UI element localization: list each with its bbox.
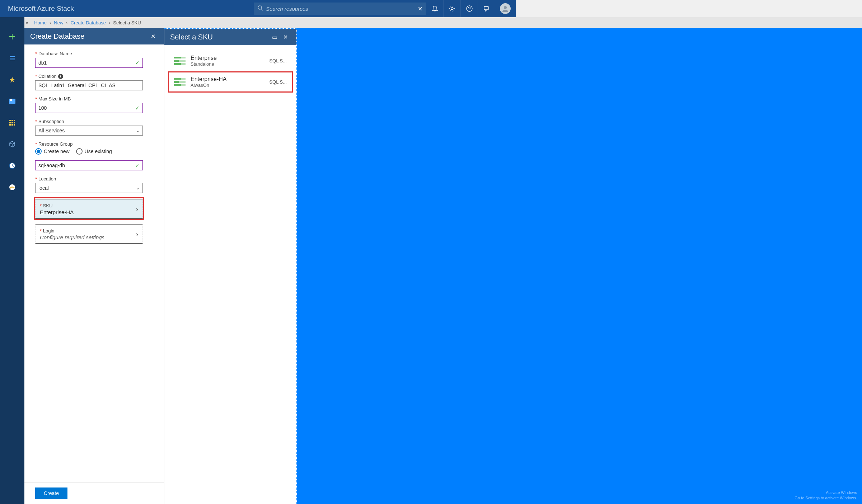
sku-icon <box>174 77 186 87</box>
breadcrumb: » Home› New› Create Database› Select a S… <box>0 17 516 28</box>
expand-nav-icon[interactable]: » <box>26 20 28 25</box>
subscription-label: Subscription <box>38 119 64 124</box>
login-selector[interactable]: * Login Configure required settings › <box>35 224 143 244</box>
search-input[interactable] <box>266 6 418 12</box>
svg-rect-4 <box>484 6 488 10</box>
chevron-down-icon: ⌄ <box>136 185 140 190</box>
star-icon[interactable] <box>6 74 18 85</box>
help-icon[interactable] <box>460 0 478 17</box>
svg-point-0 <box>258 6 262 9</box>
search-box[interactable]: ✕ <box>254 3 426 15</box>
maxsize-input[interactable]: 100✓ <box>35 103 143 113</box>
svg-rect-21 <box>14 124 15 126</box>
svg-rect-14 <box>11 120 13 121</box>
rg-use-existing-radio[interactable]: Use existing <box>76 148 112 155</box>
svg-rect-13 <box>9 120 11 121</box>
check-icon: ✓ <box>135 105 140 111</box>
svg-rect-20 <box>11 124 13 126</box>
main-area: Create Database ✕ *Database Name db1✓ *C… <box>24 28 516 298</box>
blade1-body: *Database Name db1✓ *Collation i SQL_Lat… <box>24 44 164 298</box>
blade2-body: Enterprise Standalone SQL S... Enterpris… <box>164 45 296 298</box>
db-name-input[interactable]: db1✓ <box>35 58 143 68</box>
check-icon: ✓ <box>135 162 140 168</box>
gauge-icon[interactable] <box>6 182 18 193</box>
sku-name: Enterprise-HA <box>191 76 264 83</box>
sku-item-enterprise-ha[interactable]: Enterprise-HA AlwasOn SQL S... <box>168 71 293 93</box>
maxsize-label: Max Size in MB <box>38 96 71 102</box>
rg-label: Resource Group <box>38 141 72 147</box>
info-icon[interactable]: i <box>58 74 63 79</box>
blade2-title: Select a SKU <box>170 33 213 41</box>
sku-extra: SQL S... <box>269 79 287 85</box>
svg-rect-15 <box>14 120 15 121</box>
sku-item-enterprise[interactable]: Enterprise Standalone SQL S... <box>168 50 293 71</box>
gear-icon[interactable] <box>443 0 460 17</box>
create-database-blade: Create Database ✕ *Database Name db1✓ *C… <box>24 28 164 298</box>
check-icon: ✓ <box>135 60 140 66</box>
db-name-label: Database Name <box>38 51 72 56</box>
chevron-right-icon: › <box>136 206 138 213</box>
location-select[interactable]: local⌄ <box>35 183 143 193</box>
collation-label: Collation <box>38 74 57 79</box>
left-rail <box>0 17 24 298</box>
svg-line-1 <box>261 9 263 10</box>
svg-rect-16 <box>9 122 11 123</box>
rg-name-input[interactable]: sql-aoag-db✓ <box>35 160 143 170</box>
sku-sub: AlwasOn <box>191 83 264 88</box>
crumb-new[interactable]: New <box>54 20 63 25</box>
list-icon[interactable] <box>6 52 18 64</box>
svg-rect-12 <box>10 99 12 101</box>
blade2-header: Select a SKU ▭ ✕ <box>164 29 296 45</box>
collation-input[interactable]: SQL_Latin1_General_CP1_CI_AS <box>35 80 143 90</box>
crumb-home[interactable]: Home <box>34 20 47 25</box>
sku-name: Enterprise <box>191 55 264 61</box>
location-label: Location <box>38 176 56 182</box>
notifications-icon[interactable] <box>426 0 443 17</box>
top-header: Microsoft Azure Stack ✕ <box>0 0 516 17</box>
search-icon <box>257 5 263 12</box>
clock-icon[interactable] <box>6 160 18 171</box>
chevron-right-icon: › <box>136 231 138 238</box>
sku-sub: Standalone <box>191 61 264 67</box>
sku-icon <box>174 56 186 66</box>
svg-rect-19 <box>9 124 11 126</box>
grid-icon[interactable] <box>6 117 18 128</box>
new-icon[interactable] <box>6 31 18 42</box>
feedback-icon[interactable] <box>478 0 495 17</box>
brand: Microsoft Azure Stack <box>0 5 82 13</box>
close-icon[interactable]: ✕ <box>147 33 158 40</box>
header-icons <box>426 0 516 17</box>
cube-icon[interactable] <box>6 138 18 150</box>
svg-rect-17 <box>11 122 13 123</box>
svg-point-5 <box>504 6 507 9</box>
svg-rect-18 <box>14 122 15 123</box>
blade1-header: Create Database ✕ <box>24 28 164 44</box>
sku-selector[interactable]: * SKU Enterprise-HA › <box>35 199 143 219</box>
dashboard-icon[interactable] <box>6 95 18 107</box>
blade1-title: Create Database <box>30 32 84 41</box>
avatar[interactable] <box>500 3 511 14</box>
svg-point-2 <box>451 8 453 10</box>
svg-point-3 <box>467 6 472 11</box>
rg-create-new-radio[interactable]: Create new <box>35 148 70 155</box>
crumb-current: Select a SKU <box>113 20 141 25</box>
crumb-create-db[interactable]: Create Database <box>71 20 106 25</box>
chevron-down-icon: ⌄ <box>136 128 140 133</box>
subscription-select[interactable]: All Services⌄ <box>35 126 143 136</box>
select-sku-blade: Select a SKU ▭ ✕ Enterprise Standalone S… <box>164 28 297 298</box>
clear-icon[interactable]: ✕ <box>418 5 422 12</box>
close-icon[interactable]: ✕ <box>280 34 291 41</box>
maximize-icon[interactable]: ▭ <box>269 34 280 41</box>
sku-extra: SQL S... <box>269 58 287 63</box>
